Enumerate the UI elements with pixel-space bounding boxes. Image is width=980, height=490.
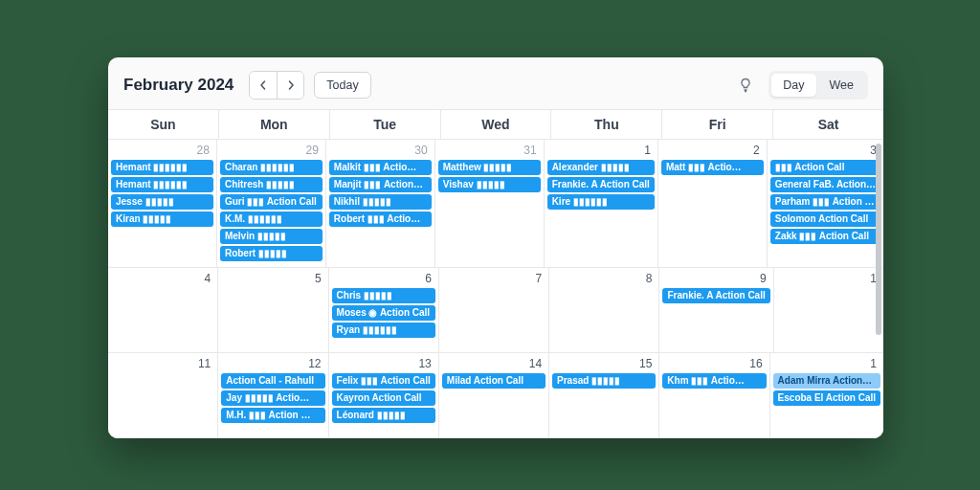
date-number: 1 — [777, 270, 880, 288]
day-cell[interactable]: 4 — [108, 268, 218, 352]
day-cell[interactable]: 1Alexander ▮▮▮▮▮Frankie. A Action CallKi… — [545, 140, 658, 267]
calendar-event[interactable]: Melvin ▮▮▮▮▮ — [220, 229, 323, 244]
date-number: 1 — [547, 142, 655, 160]
calendar-event[interactable]: Moses ◉ Action Call — [332, 305, 435, 321]
day-cell[interactable]: 14Milad Action Call — [439, 353, 549, 437]
calendar-event[interactable]: Solomon Action Call — [770, 212, 880, 227]
calendar-event[interactable]: Malkit ▮▮▮ Actio… — [329, 160, 432, 175]
lightbulb-icon — [738, 78, 753, 93]
calendar-event[interactable]: Ryan ▮▮▮▮▮▮ — [332, 323, 435, 338]
calendar-event[interactable]: Chitresh ▮▮▮▮▮ — [220, 177, 323, 192]
day-cell[interactable]: 9Frankie. A Action Call — [659, 268, 773, 352]
day-cell[interactable]: 6Chris ▮▮▮▮▮Moses ◉ Action CallRyan ▮▮▮▮… — [329, 268, 439, 352]
calendar-event[interactable]: Felix ▮▮▮ Action Call — [332, 373, 435, 389]
day-cell[interactable]: 8 — [549, 268, 659, 352]
calendar-event[interactable]: Chris ▮▮▮▮▮ — [332, 288, 435, 303]
calendar-event[interactable]: Jay ▮▮▮▮▮ Actio… — [221, 390, 324, 406]
date-number: 16 — [662, 355, 766, 373]
lightbulb-button[interactable] — [732, 72, 759, 99]
date-number: 28 — [111, 142, 213, 160]
date-number: 9 — [662, 270, 769, 288]
date-number: 14 — [442, 355, 546, 373]
day-cell[interactable]: 2Matt ▮▮▮ Actio… — [658, 140, 768, 267]
calendar-event[interactable]: Matthew ▮▮▮▮▮ — [438, 160, 541, 175]
day-cell[interactable]: 16Khm ▮▮▮ Actio… — [659, 353, 769, 437]
date-number: 3 — [770, 142, 880, 160]
calendar-event[interactable]: Robert ▮▮▮▮▮ — [220, 246, 323, 261]
calendar-event[interactable]: General FaB. Action… — [770, 177, 880, 192]
day-cell[interactable]: 31Matthew ▮▮▮▮▮Vishav ▮▮▮▮▮ — [435, 140, 545, 267]
calendar-event[interactable]: ▮▮▮ Action Call — [770, 160, 880, 175]
day-cell[interactable]: 7 — [439, 268, 549, 352]
calendar-event[interactable]: Prasad ▮▮▮▮▮ — [552, 373, 656, 389]
date-number: 31 — [438, 142, 541, 160]
date-number: 6 — [332, 270, 435, 288]
calendar-grid: SunMonTueWedThuFriSat 28Hemant ▮▮▮▮▮▮Hem… — [108, 109, 883, 438]
date-number: 13 — [332, 355, 435, 373]
calendar-event[interactable]: Frankie. A Action Call — [547, 177, 655, 192]
day-cell[interactable]: 11 — [108, 353, 218, 437]
calendar-event[interactable]: Nikhil ▮▮▮▮▮ — [329, 194, 432, 210]
day-cell[interactable]: 28Hemant ▮▮▮▮▮▮Hemant ▮▮▮▮▮▮Jesse ▮▮▮▮▮K… — [108, 140, 217, 267]
day-header: Mon — [219, 110, 330, 139]
day-header: Tue — [330, 110, 441, 139]
calendar-event[interactable]: Alexander ▮▮▮▮▮ — [547, 160, 655, 175]
month-title: February 2024 — [123, 76, 234, 95]
day-header: Sun — [108, 110, 219, 139]
calendar-event[interactable]: Jesse ▮▮▮▮▮ — [111, 194, 213, 210]
day-cell[interactable]: 1 — [774, 268, 883, 352]
week-row: 28Hemant ▮▮▮▮▮▮Hemant ▮▮▮▮▮▮Jesse ▮▮▮▮▮K… — [108, 140, 883, 268]
day-cell[interactable]: 1Adam Mirra Action…Escoba El Action Call — [770, 353, 883, 437]
calendar-event[interactable]: Matt ▮▮▮ Actio… — [661, 160, 764, 175]
day-header: Fri — [662, 110, 773, 139]
chevron-right-icon — [286, 80, 296, 90]
day-cell[interactable]: 15Prasad ▮▮▮▮▮ — [549, 353, 659, 437]
calendar-event[interactable]: K.M. ▮▮▮▮▮▮ — [220, 212, 323, 227]
day-cell[interactable]: 29Charan ▮▮▮▮▮▮Chitresh ▮▮▮▮▮Guri ▮▮▮ Ac… — [217, 140, 326, 267]
calendar-event[interactable]: Robert ▮▮▮ Actio… — [329, 212, 432, 227]
calendar-event[interactable]: Manjit ▮▮▮ Action… — [329, 177, 432, 192]
calendar-event[interactable]: Action Call - Rahull — [221, 373, 324, 389]
today-button[interactable]: Today — [314, 72, 370, 99]
date-number: 4 — [111, 270, 214, 288]
calendar-event[interactable]: Hemant ▮▮▮▮▮▮ — [111, 177, 213, 192]
calendar-event[interactable]: Kire ▮▮▮▮▮▮ — [547, 194, 655, 210]
calendar-event[interactable]: Parham ▮▮▮ Action … — [770, 194, 880, 210]
date-number: 12 — [221, 355, 324, 373]
next-month-button[interactable] — [277, 72, 303, 99]
calendar-event[interactable]: Khm ▮▮▮ Actio… — [662, 373, 766, 389]
day-cell[interactable]: 3▮▮▮ Action CallGeneral FaB. Action…Parh… — [768, 140, 883, 267]
day-header-row: SunMonTueWedThuFriSat — [108, 109, 883, 140]
day-cell[interactable]: 12Action Call - RahullJay ▮▮▮▮▮ Actio…M.… — [218, 353, 328, 437]
prev-month-button[interactable] — [250, 72, 277, 99]
calendar-event[interactable]: Hemant ▮▮▮▮▮▮ — [111, 160, 213, 175]
calendar-event[interactable]: Kayron Action Call — [332, 390, 435, 406]
scrollbar-thumb[interactable] — [876, 144, 881, 335]
date-number: 30 — [329, 142, 432, 160]
week-row: 1112Action Call - RahullJay ▮▮▮▮▮ Actio…… — [108, 353, 883, 438]
toolbar: February 2024 Today Day Wee — [108, 57, 883, 109]
date-number: 8 — [552, 270, 656, 288]
view-day-button[interactable]: Day — [771, 74, 815, 97]
weeks-scroll-area[interactable]: 28Hemant ▮▮▮▮▮▮Hemant ▮▮▮▮▮▮Jesse ▮▮▮▮▮K… — [108, 140, 883, 438]
calendar-event[interactable]: Adam Mirra Action… — [773, 373, 880, 389]
view-switch: Day Wee — [768, 71, 868, 100]
calendar-event[interactable]: Escoba El Action Call — [773, 390, 880, 406]
day-cell[interactable]: 13Felix ▮▮▮ Action CallKayron Action Cal… — [329, 353, 439, 437]
calendar-event[interactable]: Charan ▮▮▮▮▮▮ — [220, 160, 323, 175]
calendar-app: February 2024 Today Day Wee SunMonTueWed… — [108, 57, 883, 438]
week-row: 456Chris ▮▮▮▮▮Moses ◉ Action CallRyan ▮▮… — [108, 268, 883, 353]
calendar-event[interactable]: Milad Action Call — [442, 373, 546, 389]
day-cell[interactable]: 5 — [218, 268, 328, 352]
calendar-event[interactable]: M.H. ▮▮▮ Action … — [221, 408, 324, 423]
calendar-event[interactable]: Frankie. A Action Call — [662, 288, 769, 303]
calendar-event[interactable]: Léonard ▮▮▮▮▮ — [332, 408, 435, 423]
calendar-event[interactable]: Zakk ▮▮▮ Action Call — [770, 229, 880, 244]
day-header: Wed — [441, 110, 552, 139]
view-week-button[interactable]: Wee — [818, 74, 865, 97]
calendar-event[interactable]: Kiran ▮▮▮▮▮ — [111, 212, 213, 227]
calendar-event[interactable]: Vishav ▮▮▮▮▮ — [438, 177, 541, 192]
chevron-left-icon — [258, 80, 268, 90]
day-cell[interactable]: 30Malkit ▮▮▮ Actio…Manjit ▮▮▮ Action…Nik… — [326, 140, 435, 267]
calendar-event[interactable]: Guri ▮▮▮ Action Call — [220, 194, 323, 210]
